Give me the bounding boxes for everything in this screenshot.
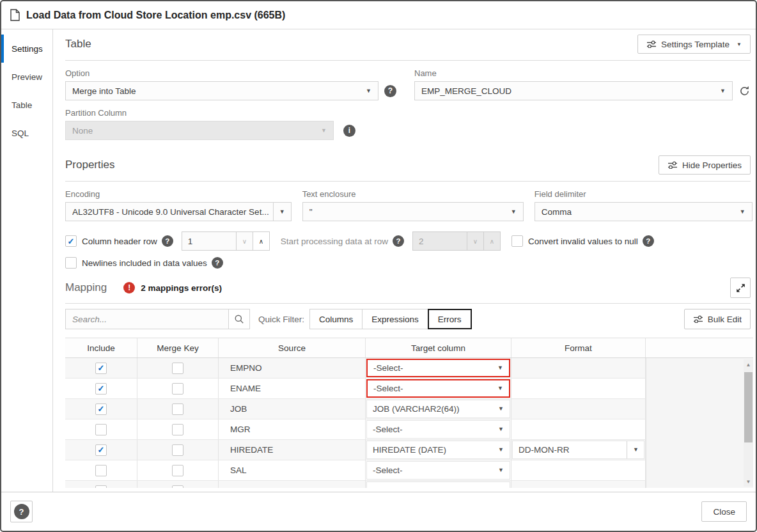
bulk-edit-button[interactable]: Bulk Edit — [684, 309, 751, 329]
format-value: DD-MON-RR — [519, 445, 623, 455]
header-target-column: Target column — [366, 338, 511, 357]
bulk-edit-label: Bulk Edit — [708, 315, 742, 324]
properties-section-header: Properties Hide Properties — [65, 150, 751, 182]
chevron-down-icon: ▼ — [497, 365, 503, 371]
spinner-up-icon[interactable]: ∧ — [253, 232, 269, 250]
table-name-value: EMP_MERGE_CLOUD — [421, 86, 720, 96]
scroll-down-icon[interactable]: ▼ — [744, 476, 753, 487]
partition-column-value: None — [72, 126, 321, 136]
sidebar-item-table[interactable]: Table — [1, 91, 52, 119]
merge-key-checkbox[interactable] — [172, 485, 183, 489]
start-processing-spinner: 2 ∨ ∧ — [412, 231, 501, 251]
column-header-row-checkbox[interactable]: ✓ — [65, 235, 77, 247]
merge-key-checkbox[interactable] — [172, 403, 183, 415]
sidebar: Settings Preview Table SQL — [1, 29, 53, 492]
include-checkbox[interactable]: ✓ — [95, 403, 107, 415]
include-checkbox[interactable]: ✓ — [95, 383, 107, 395]
spinner-up-icon: ∧ — [483, 232, 500, 250]
merge-key-checkbox[interactable] — [172, 383, 183, 395]
start-processing-help-icon[interactable]: ? — [393, 235, 404, 247]
target-column-value: -Select- — [373, 363, 497, 373]
merge-key-checkbox[interactable] — [172, 444, 183, 456]
include-checkbox[interactable] — [95, 485, 107, 489]
target-column-select[interactable]: -Select- ▼ — [366, 379, 510, 398]
target-column-select[interactable]: JOB (VARCHAR2(64)) ▼ — [366, 400, 510, 418]
chevron-down-icon: ▼ — [321, 128, 327, 134]
target-column-value: -Select- — [373, 384, 497, 393]
help-button[interactable]: ? — [10, 501, 33, 522]
close-button[interactable]: Close — [701, 501, 747, 522]
search-input[interactable] — [65, 309, 229, 329]
chevron-down-icon: ▼ — [497, 386, 503, 391]
text-enclosure-select[interactable]: " ▼ — [302, 202, 524, 221]
convert-invalid-help-icon[interactable]: ? — [643, 235, 654, 247]
newlines-label: Newlines included in data values — [82, 258, 207, 268]
filter-expressions-button[interactable]: Expressions — [362, 309, 428, 329]
merge-key-checkbox[interactable] — [172, 424, 183, 435]
merge-key-checkbox[interactable] — [172, 363, 183, 374]
encoding-value: AL32UTF8 - Unicode 9.0 Universal Charact… — [72, 207, 269, 217]
help-icon: ? — [14, 504, 29, 519]
partition-info-icon[interactable]: i — [343, 125, 355, 137]
target-column-select[interactable]: HIREDATE (DATE) ▼ — [366, 441, 510, 459]
chevron-down-icon: ▼ — [737, 42, 742, 47]
target-column-select[interactable]: -Select- ▼ — [366, 481, 510, 488]
quick-filter-group: Columns Expressions Errors — [310, 309, 472, 329]
hide-properties-button[interactable]: Hide Properties — [659, 155, 751, 175]
sidebar-item-sql[interactable]: SQL — [1, 119, 52, 147]
vertical-scrollbar[interactable]: ▲ ▼ — [744, 359, 753, 487]
scroll-up-icon[interactable]: ▲ — [744, 359, 753, 370]
include-checkbox[interactable]: ✓ — [95, 444, 107, 456]
table-name-select[interactable]: EMP_MERGE_CLOUD ▼ — [414, 81, 733, 100]
newlines-help-icon[interactable]: ? — [212, 257, 223, 269]
scrollbar-thumb[interactable] — [744, 372, 753, 442]
filter-errors-button[interactable]: Errors — [428, 309, 472, 329]
properties-section-title: Properties — [65, 159, 114, 171]
column-header-row-spinner[interactable]: 1 ∨ ∧ — [182, 231, 270, 251]
encoding-label: Encoding — [65, 189, 292, 199]
target-column-select[interactable]: -Select- ▼ — [366, 420, 510, 439]
field-delimiter-select[interactable]: Comma ▼ — [535, 202, 753, 221]
close-label: Close — [713, 507, 735, 517]
sidebar-item-label: Table — [12, 100, 32, 110]
include-checkbox[interactable] — [95, 424, 107, 435]
chevron-down-icon: ▼ — [279, 209, 285, 215]
include-checkbox[interactable]: ✓ — [95, 363, 107, 374]
refresh-icon[interactable] — [738, 85, 751, 97]
chevron-down-icon: ▼ — [720, 88, 726, 94]
option-select[interactable]: Merge into Table ▼ — [65, 81, 378, 100]
convert-invalid-checkbox[interactable] — [511, 235, 523, 247]
include-checkbox[interactable] — [95, 465, 107, 476]
start-processing-label: Start processing data at row — [281, 237, 388, 246]
newlines-checkbox[interactable] — [65, 257, 77, 269]
target-column-select[interactable]: -Select- ▼ — [366, 461, 510, 480]
encoding-select[interactable]: AL32UTF8 - Unicode 9.0 Universal Charact… — [65, 202, 292, 221]
chevron-down-icon: ▼ — [498, 447, 504, 453]
error-icon: ! — [123, 282, 135, 293]
source-name: MGR — [230, 425, 251, 434]
format-select[interactable]: DD-MON-RR▼ — [512, 441, 644, 459]
sidebar-item-label: Preview — [12, 72, 42, 82]
start-processing-value: 2 — [413, 232, 467, 250]
column-header-row-label: Column header row — [82, 237, 157, 246]
expand-button[interactable] — [730, 278, 751, 298]
option-help-icon[interactable]: ? — [384, 85, 396, 97]
settings-panel: Table Settings Template ▼ Option Merge i… — [53, 29, 756, 492]
search-button[interactable] — [229, 309, 250, 329]
header-include: Include — [65, 338, 137, 357]
merge-key-checkbox[interactable] — [172, 465, 183, 476]
filter-columns-button[interactable]: Columns — [309, 309, 363, 329]
sidebar-item-preview[interactable]: Preview — [1, 63, 52, 91]
option-value: Merge into Table — [72, 86, 366, 96]
sliders-icon — [667, 161, 678, 169]
target-column-value: JOB (VARCHAR2(64)) — [373, 404, 498, 414]
text-enclosure-value: " — [309, 207, 511, 217]
column-header-row-help-icon[interactable]: ? — [162, 235, 173, 247]
sidebar-item-settings[interactable]: Settings — [1, 35, 52, 63]
target-column-select[interactable]: -Select- ▼ — [366, 359, 510, 377]
mapping-section-title: Mapping — [65, 281, 107, 294]
settings-template-button[interactable]: Settings Template ▼ — [637, 35, 751, 54]
mapping-section-header: Mapping ! 2 mappings error(s) — [65, 278, 751, 304]
spinner-down-icon[interactable]: ∨ — [236, 232, 253, 250]
sidebar-item-label: SQL — [12, 129, 29, 138]
